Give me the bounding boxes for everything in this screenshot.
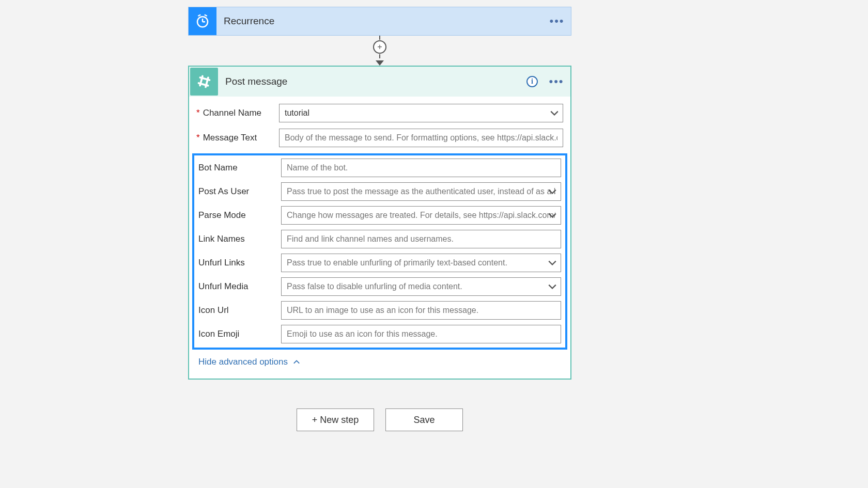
chevron-up-icon <box>293 358 300 366</box>
field-icon-url: Icon Url <box>198 301 561 320</box>
field-message-text: *Message Text <box>196 129 563 147</box>
field-channel-name: *Channel Name <box>196 104 563 122</box>
post-message-form: *Channel Name *Message Text <box>189 97 570 353</box>
field-unfurl-media: Unfurl Media <box>198 277 561 296</box>
icon-emoji-label: Icon Emoji <box>198 329 281 339</box>
label-text: Message Text <box>203 133 257 143</box>
ellipsis-icon: ••• <box>549 76 564 87</box>
footer-buttons: + New step Save <box>188 408 571 431</box>
save-button[interactable]: Save <box>385 408 463 431</box>
post-as-user-input[interactable] <box>287 187 555 196</box>
unfurl-links-input[interactable] <box>287 258 555 267</box>
ellipsis-icon: ••• <box>549 15 564 27</box>
field-bot-name: Bot Name <box>198 159 561 177</box>
recurrence-menu-button[interactable]: ••• <box>543 7 571 35</box>
svg-line-4 <box>205 15 207 17</box>
bot-name-label: Bot Name <box>198 163 281 173</box>
recurrence-icon <box>189 7 216 35</box>
post-message-header[interactable]: Post message i ••• <box>189 67 570 97</box>
unfurl-media-input[interactable] <box>287 282 555 291</box>
post-message-menu-button[interactable]: ••• <box>542 76 570 87</box>
info-button[interactable]: i <box>522 76 542 87</box>
field-post-as-user: Post As User <box>198 182 561 201</box>
field-unfurl-links: Unfurl Links <box>198 254 561 272</box>
arrow-down-icon <box>376 60 384 66</box>
post-as-user-label: Post As User <box>198 186 281 197</box>
label-text: Channel Name <box>203 108 261 118</box>
parse-mode-input[interactable] <box>287 211 555 220</box>
unfurl-media-label: Unfurl Media <box>198 281 281 292</box>
field-parse-mode: Parse Mode <box>198 206 561 225</box>
link-names-input[interactable] <box>287 234 555 244</box>
clock-icon <box>195 13 210 29</box>
channel-name-label: *Channel Name <box>196 108 279 118</box>
post-message-title: Post message <box>218 76 522 87</box>
recurrence-title: Recurrence <box>216 7 543 35</box>
channel-name-input[interactable] <box>285 108 557 118</box>
message-text-input-wrap <box>279 129 563 147</box>
hide-advanced-options-toggle[interactable]: Hide advanced options <box>189 353 570 379</box>
parse-mode-label: Parse Mode <box>198 210 281 221</box>
field-link-names: Link Names <box>198 230 561 248</box>
icon-emoji-input[interactable] <box>287 329 555 339</box>
unfurl-links-label: Unfurl Links <box>198 258 281 268</box>
advanced-options-block: Bot Name Post As User Parse Mode <box>192 153 567 350</box>
advanced-toggle-label: Hide advanced options <box>198 357 288 367</box>
link-names-label: Link Names <box>198 234 281 244</box>
icon-url-label: Icon Url <box>198 305 281 316</box>
channel-name-select[interactable] <box>279 104 563 122</box>
insert-step-button[interactable]: + <box>373 40 386 54</box>
icon-url-input[interactable] <box>287 306 555 315</box>
field-icon-emoji: Icon Emoji <box>198 325 561 343</box>
flow-connector: + <box>188 36 571 66</box>
recurrence-card[interactable]: Recurrence ••• <box>188 7 571 36</box>
message-text-input[interactable] <box>285 133 557 143</box>
post-message-card: Post message i ••• *Channel Name <box>188 66 571 380</box>
slack-icon-block <box>190 68 218 96</box>
slack-icon <box>196 74 212 89</box>
new-step-button[interactable]: + New step <box>297 408 374 431</box>
message-text-label: *Message Text <box>196 133 279 143</box>
info-icon: i <box>526 76 538 87</box>
svg-line-3 <box>198 15 200 17</box>
bot-name-input[interactable] <box>287 163 555 172</box>
